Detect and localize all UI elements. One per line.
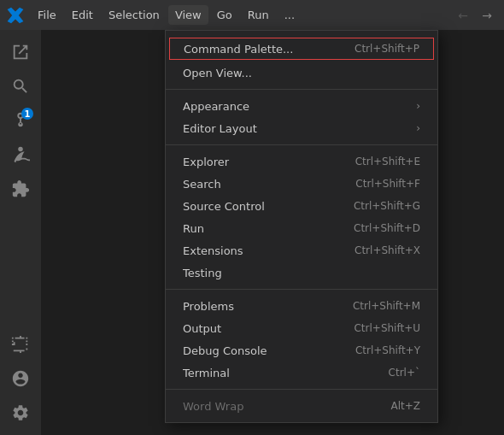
command-palette-shortcut: Ctrl+Shift+P	[355, 43, 419, 55]
word-wrap-label: Word Wrap	[183, 400, 373, 413]
divider-4	[166, 389, 437, 390]
divider-2	[166, 144, 437, 145]
nav-back-button[interactable]: ←	[453, 5, 473, 26]
open-view-label: Open View...	[183, 67, 403, 79]
extensions-icon	[11, 179, 30, 198]
appearance-label: Appearance	[183, 100, 407, 113]
explorer-icon	[11, 43, 30, 62]
menu-section-4: Problems Ctrl+Shift+M Output Ctrl+Shift+…	[166, 293, 437, 385]
menu-explorer[interactable]: Explorer Ctrl+Shift+E	[166, 150, 437, 173]
menu-extensions[interactable]: Extensions Ctrl+Shift+X	[166, 239, 437, 262]
divider-3	[166, 289, 437, 290]
run-label: Run	[183, 222, 337, 235]
menu-run[interactable]: Run	[241, 5, 276, 25]
activity-source-control[interactable]: 1	[5, 105, 36, 136]
search-label: Search	[183, 178, 338, 191]
menu-go[interactable]: Go	[210, 5, 239, 25]
problems-shortcut: Ctrl+Shift+M	[353, 300, 420, 312]
activity-settings[interactable]	[5, 397, 36, 428]
run-shortcut: Ctrl+Shift+D	[354, 222, 420, 234]
activity-accounts[interactable]	[5, 363, 36, 394]
view-dropdown-menu: Command Palette... Ctrl+Shift+P Open Vie…	[165, 30, 438, 423]
source-control-shortcut: Ctrl+Shift+G	[354, 200, 420, 212]
menu-search[interactable]: Search Ctrl+Shift+F	[166, 173, 437, 195]
menu-section-3: Explorer Ctrl+Shift+E Search Ctrl+Shift+…	[166, 149, 437, 285]
menu-section-1: Command Palette... Ctrl+Shift+P Open Vie…	[166, 34, 437, 85]
editor-layout-label: Editor Layout	[183, 122, 407, 135]
menu-section-2: Appearance › Editor Layout ›	[166, 93, 437, 141]
command-palette-label: Command Palette...	[184, 43, 337, 56]
debug-console-shortcut: Ctrl+Shift+Y	[355, 344, 420, 356]
problems-label: Problems	[183, 300, 336, 313]
activity-explorer[interactable]	[5, 37, 36, 68]
menu-edit[interactable]: Edit	[65, 5, 100, 25]
content-area: Command Palette... Ctrl+Shift+P Open Vie…	[41, 30, 504, 435]
extensions-label: Extensions	[183, 244, 337, 257]
titlebar: File Edit Selection View Go Run ... ← →	[0, 0, 504, 30]
menu-problems[interactable]: Problems Ctrl+Shift+M	[166, 295, 437, 317]
appearance-arrow-icon: ›	[416, 100, 420, 112]
menu-debug-console[interactable]: Debug Console Ctrl+Shift+Y	[166, 339, 437, 362]
menu-appearance[interactable]: Appearance ›	[166, 95, 437, 117]
word-wrap-shortcut: Alt+Z	[390, 400, 420, 412]
output-shortcut: Ctrl+Shift+U	[354, 322, 420, 334]
activity-run[interactable]	[5, 139, 36, 170]
menu-command-palette[interactable]: Command Palette... Ctrl+Shift+P	[169, 38, 434, 60]
source-control-label: Source Control	[183, 200, 337, 213]
menu-source-control[interactable]: Source Control Ctrl+Shift+G	[166, 195, 437, 217]
testing-label: Testing	[183, 267, 403, 279]
activity-search[interactable]	[5, 71, 36, 102]
menu-terminal[interactable]: Terminal Ctrl+`	[166, 362, 437, 384]
search-shortcut: Ctrl+Shift+F	[355, 178, 420, 190]
menu-run[interactable]: Run Ctrl+Shift+D	[166, 217, 437, 239]
terminal-shortcut: Ctrl+`	[389, 367, 420, 379]
menu-file[interactable]: File	[31, 5, 63, 25]
menu-testing[interactable]: Testing	[166, 262, 437, 284]
explorer-shortcut: Ctrl+Shift+E	[355, 156, 420, 168]
settings-icon	[11, 403, 30, 422]
svg-point-0	[18, 147, 23, 152]
activity-remote[interactable]	[5, 329, 36, 360]
menu-output[interactable]: Output Ctrl+Shift+U	[166, 317, 437, 339]
terminal-label: Terminal	[183, 367, 372, 379]
editor-layout-arrow-icon: ›	[416, 122, 420, 134]
main-layout: 1	[0, 30, 504, 435]
menu-selection[interactable]: Selection	[102, 5, 167, 25]
divider-1	[166, 89, 437, 90]
activity-bar: 1	[0, 30, 41, 435]
accounts-icon	[11, 369, 30, 388]
menu-editor-layout[interactable]: Editor Layout ›	[166, 117, 437, 139]
explorer-label: Explorer	[183, 156, 338, 168]
extensions-shortcut: Ctrl+Shift+X	[355, 244, 420, 256]
debug-console-label: Debug Console	[183, 344, 338, 357]
search-activity-icon	[11, 77, 30, 96]
menu-view[interactable]: View	[168, 5, 208, 25]
menu-more[interactable]: ...	[278, 5, 302, 25]
menu-open-view[interactable]: Open View...	[166, 62, 437, 84]
menu-word-wrap[interactable]: Word Wrap Alt+Z	[166, 395, 437, 417]
titlebar-nav: ← →	[453, 5, 497, 26]
remote-icon	[11, 335, 30, 354]
nav-forward-button[interactable]: →	[477, 5, 497, 26]
menu-section-5: Word Wrap Alt+Z	[166, 393, 437, 419]
source-control-badge: 1	[21, 108, 33, 120]
run-debug-icon	[11, 145, 30, 164]
vscode-logo-icon	[7, 7, 24, 24]
output-label: Output	[183, 322, 337, 335]
activity-extensions[interactable]	[5, 173, 36, 204]
